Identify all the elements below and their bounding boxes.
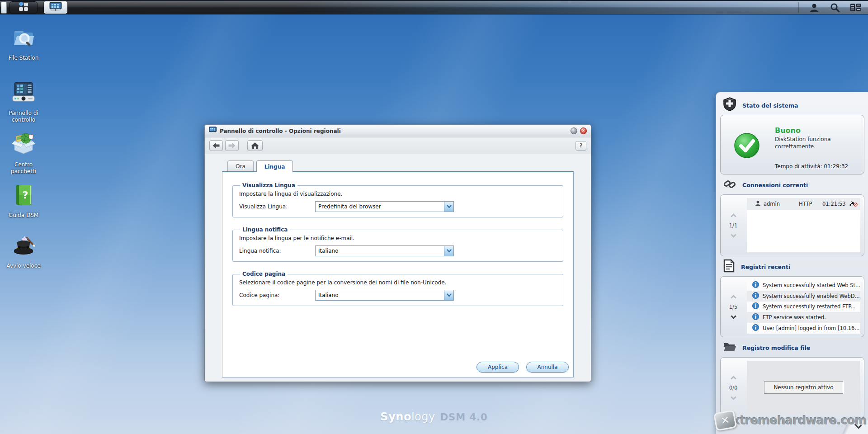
taskbar-divider bbox=[798, 2, 799, 13]
apply-button[interactable]: Applica bbox=[476, 362, 519, 373]
taskbar-control-panel-button[interactable] bbox=[44, 1, 67, 14]
chevron-down-icon[interactable] bbox=[444, 290, 453, 300]
select-value: Italiano bbox=[316, 290, 444, 300]
connection-user: admin bbox=[764, 201, 796, 207]
show-desktop-button[interactable] bbox=[1, 2, 7, 14]
user-icon[interactable] bbox=[808, 2, 820, 14]
widget-title: Registri recenti bbox=[741, 264, 790, 270]
connections-pager: 1/1 bbox=[721, 195, 746, 256]
info-icon bbox=[752, 313, 759, 321]
forward-button[interactable] bbox=[225, 140, 239, 151]
cancel-button[interactable]: Annulla bbox=[526, 362, 569, 373]
watermark-text: xtremehardware.com bbox=[733, 414, 867, 427]
connections-card: 1/1 admin HTTP 01:21:53 bbox=[720, 194, 864, 256]
quick-start-hat-icon bbox=[11, 232, 36, 259]
minimize-button[interactable] bbox=[571, 127, 577, 134]
desktop-icon-package-center[interactable]: Centro pacchetti bbox=[4, 131, 43, 175]
recent-logs-card: 1/5 System successfully started Web St..… bbox=[720, 276, 864, 337]
info-icon bbox=[752, 292, 759, 300]
home-button[interactable] bbox=[247, 140, 263, 151]
disconnect-icon[interactable] bbox=[849, 200, 858, 208]
pager-up-icon[interactable] bbox=[731, 295, 736, 301]
log-row: System successfully started Web St... bbox=[747, 280, 860, 291]
file-log-header: Registro modifica file bbox=[716, 341, 868, 354]
pager-down-icon[interactable] bbox=[731, 394, 736, 400]
watermark: ✕ xtremehardware.com bbox=[715, 411, 867, 429]
taskbar-right-tray bbox=[798, 1, 868, 14]
pager-up-icon[interactable] bbox=[731, 213, 736, 219]
info-icon bbox=[752, 324, 759, 332]
file-log-pager: 0/0 bbox=[721, 358, 746, 418]
connection-protocol: HTTP bbox=[799, 201, 820, 207]
file-station-icon bbox=[12, 27, 35, 52]
desktop-icon-control-panel[interactable]: Pannello di controllo bbox=[4, 80, 43, 123]
system-status-card: Buono DiskStation funziona correttamente… bbox=[720, 115, 864, 175]
info-icon bbox=[752, 302, 759, 311]
desktop-icon-label: File Station bbox=[9, 55, 39, 61]
select-value: Italiano bbox=[316, 246, 444, 256]
control-panel-window: Pannello di controllo - Opzioni regional… bbox=[204, 124, 591, 382]
chevron-down-icon[interactable] bbox=[444, 202, 453, 212]
log-row: FTP service was started. bbox=[747, 312, 860, 323]
taskbar bbox=[0, 0, 868, 14]
log-text: System successfully enabled WebD... bbox=[763, 293, 860, 299]
control-panel-window-icon bbox=[49, 2, 62, 13]
log-text: User [admin] logged in from [10.16... bbox=[763, 325, 859, 331]
user-small-icon bbox=[755, 200, 761, 208]
main-menu-button[interactable] bbox=[9, 1, 38, 14]
chevron-down-icon[interactable] bbox=[444, 246, 453, 256]
section-legend: Codice pagina bbox=[240, 271, 288, 277]
tab-ora[interactable]: Ora bbox=[227, 160, 254, 171]
tab-label: Ora bbox=[236, 163, 245, 170]
link-icon bbox=[723, 177, 736, 193]
section-description: Impostare la lingua per le notifiche e-m… bbox=[239, 235, 557, 241]
display-language-select[interactable]: Predefinita del browser bbox=[315, 201, 454, 212]
section-codice-pagina: Codice pagina Selezionare il codice pagi… bbox=[232, 271, 563, 306]
notification-language-select[interactable]: Italiano bbox=[315, 245, 454, 256]
desktop-icon-label: Guida DSM bbox=[9, 212, 38, 219]
log-text: FTP service was started. bbox=[763, 314, 826, 321]
help-label: ? bbox=[580, 142, 583, 149]
log-text: System successfully restarted FTP... bbox=[763, 303, 856, 310]
tab-panel: Visualizza Lingua Impostare la lingua di… bbox=[222, 171, 574, 377]
watermark-x-icon: ✕ bbox=[720, 413, 731, 427]
section-description: Impostare la lingua di visualizzazione. bbox=[239, 191, 557, 197]
system-status-header: Stato del sistema bbox=[716, 99, 868, 112]
desktop-icon-label: Centro pacchetti bbox=[4, 161, 43, 175]
desktop-icon-label: Pannello di controllo bbox=[4, 110, 43, 123]
pager-page: 0/0 bbox=[729, 385, 738, 391]
section-lingua-notifica: Lingua notifica Impostare la lingua per … bbox=[232, 226, 563, 262]
section-legend: Lingua notifica bbox=[240, 226, 290, 233]
folder-open-icon bbox=[723, 341, 736, 354]
widget-title: Connessioni correnti bbox=[742, 182, 808, 189]
tab-lingua[interactable]: Lingua bbox=[256, 160, 293, 172]
widget-title: Stato del sistema bbox=[742, 102, 798, 109]
desktop-icon-label: Avvio veloce bbox=[6, 263, 40, 269]
codepage-select[interactable]: Italiano bbox=[315, 290, 454, 301]
search-icon[interactable] bbox=[829, 2, 841, 14]
empty-log-message: Nessun registro attivo bbox=[764, 381, 843, 394]
window-title: Pannello di controllo - Opzioni regional… bbox=[220, 128, 341, 134]
status-value: Buono bbox=[775, 126, 852, 135]
pager-down-icon[interactable] bbox=[731, 232, 736, 238]
forward-arrow-icon bbox=[228, 142, 236, 149]
dsm-version-text: DSM 4.0 bbox=[440, 412, 488, 423]
window-titlebar[interactable]: Pannello di controllo - Opzioni regional… bbox=[205, 125, 591, 137]
widgets-pilot-icon[interactable] bbox=[850, 2, 862, 14]
home-icon bbox=[251, 142, 259, 149]
help-button[interactable]: ? bbox=[576, 141, 586, 151]
desktop-icon-dsm-help[interactable]: ? Guida DSM bbox=[4, 184, 43, 219]
desktop-icon-file-station[interactable]: File Station bbox=[4, 27, 43, 61]
connection-time: 01:21:53 bbox=[822, 201, 846, 207]
package-center-icon bbox=[11, 131, 36, 158]
pager-up-icon[interactable] bbox=[731, 376, 736, 382]
watermark-x-badge: ✕ bbox=[713, 410, 737, 431]
back-button[interactable] bbox=[209, 140, 223, 151]
close-button[interactable]: ✕ bbox=[580, 127, 587, 134]
status-ok-check-icon bbox=[734, 132, 760, 160]
control-panel-icon bbox=[11, 80, 36, 107]
pager-down-icon[interactable] bbox=[731, 313, 736, 319]
connection-row: admin HTTP 01:21:53 bbox=[747, 198, 860, 210]
window-toolbar: ? bbox=[205, 137, 591, 154]
desktop-icon-quick-start[interactable]: Avvio veloce bbox=[4, 232, 43, 269]
